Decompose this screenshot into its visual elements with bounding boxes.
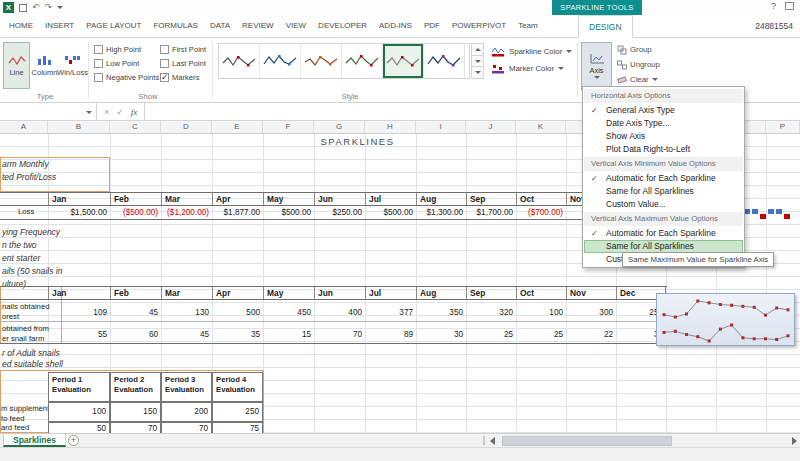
- cell[interactable]: 100: [48, 402, 110, 422]
- caption-text[interactable]: ed suitable shell: [2, 359, 63, 369]
- style-gallery-item[interactable]: [301, 44, 342, 78]
- tab-data[interactable]: DATA: [204, 15, 236, 37]
- cell[interactable]: 45: [161, 328, 212, 341]
- menu-item-date-axis-type[interactable]: Date Axis Type...: [584, 117, 743, 130]
- caption-text[interactable]: ying Frequency: [2, 227, 60, 237]
- month-cell[interactable]: Jan: [48, 287, 110, 299]
- gallery-scroll-down-button[interactable]: [471, 56, 484, 68]
- month-cell[interactable]: Aug: [416, 287, 466, 299]
- cancel-icon[interactable]: ×: [104, 107, 109, 117]
- line-sparkline-row1[interactable]: [660, 297, 792, 321]
- line-sparklines-box[interactable]: [656, 293, 795, 346]
- cell[interactable]: 350: [416, 306, 466, 319]
- tab-powerpivot[interactable]: POWERPIVOT: [446, 15, 512, 37]
- cell[interactable]: 100: [516, 306, 566, 319]
- cell[interactable]: 70: [161, 422, 212, 433]
- period-row-1[interactable]: m supplement to feed 100 150 200 250: [0, 402, 264, 422]
- month-cell[interactable]: Jun: [314, 193, 365, 205]
- column-header[interactable]: C: [110, 121, 161, 133]
- checkbox-first-point[interactable]: ✓ First Point: [160, 44, 206, 55]
- name-box[interactable]: [0, 103, 97, 120]
- cell[interactable]: $1,700.00: [466, 206, 516, 219]
- cell[interactable]: 150: [110, 402, 161, 422]
- menu-item-general-axis-type[interactable]: ✓General Axis Type: [584, 104, 743, 117]
- undo-icon[interactable]: ↶: [32, 2, 40, 13]
- style-gallery-item[interactable]: [342, 44, 383, 78]
- cell[interactable]: 500: [212, 306, 263, 319]
- qat-customize-icon[interactable]: [57, 6, 63, 9]
- month-cell[interactable]: Jan: [48, 193, 110, 205]
- cell[interactable]: 45: [110, 306, 161, 319]
- cell[interactable]: 320: [466, 306, 516, 319]
- row-label[interactable]: obtained from: [2, 324, 49, 333]
- period-header-cell[interactable]: Period 4Evaluation: [212, 372, 263, 402]
- column-header[interactable]: D: [161, 121, 212, 133]
- menu-item-min-custom[interactable]: Custom Value...: [584, 198, 743, 211]
- checkbox-markers[interactable]: ✓ Markers: [160, 72, 199, 83]
- checkbox-last-point[interactable]: ✓ Last Point: [160, 58, 206, 69]
- style-gallery-item[interactable]: [219, 44, 260, 78]
- month-cell[interactable]: Jul: [365, 193, 416, 205]
- month-cell[interactable]: May: [263, 193, 314, 205]
- column-header[interactable]: G: [314, 121, 365, 133]
- period-header-row[interactable]: Period 1Evaluation Period 2Evaluation Pe…: [0, 372, 264, 402]
- snail-row-1[interactable]: nails obtained orest 109 45 130 500 450 …: [0, 300, 667, 322]
- redo-icon[interactable]: ↷: [45, 2, 53, 13]
- month-cell[interactable]: Oct: [516, 287, 566, 299]
- cell[interactable]: 75: [212, 422, 263, 433]
- tab-pdf[interactable]: PDF: [418, 15, 446, 37]
- scrollbar-divider[interactable]: [483, 436, 485, 445]
- help-icon[interactable]: ?: [771, 1, 776, 11]
- menu-item-show-axis[interactable]: Show Axis: [584, 130, 743, 143]
- caption-text[interactable]: n the two: [2, 240, 37, 250]
- period-header-cell[interactable]: Period 3Evaluation: [161, 372, 212, 402]
- cell[interactable]: $1,500.00: [48, 206, 110, 219]
- group-button[interactable]: Group: [617, 43, 652, 56]
- save-icon[interactable]: [19, 4, 27, 12]
- cell[interactable]: ($500.00): [110, 206, 161, 219]
- ungroup-button[interactable]: Ungroup: [617, 58, 660, 71]
- month-cell[interactable]: Mar: [161, 193, 212, 205]
- month-cell[interactable]: Oct: [516, 193, 566, 205]
- month-header-row[interactable]: Jan Feb Mar Apr May Jun Jul Aug Sep Oct …: [0, 192, 667, 206]
- winloss-sparkline[interactable]: [744, 207, 796, 219]
- cell[interactable]: 450: [263, 306, 314, 319]
- tab-home[interactable]: HOME: [3, 15, 39, 37]
- month-cell[interactable]: Feb: [110, 193, 161, 205]
- column-header[interactable]: E: [212, 121, 263, 133]
- cell[interactable]: 130: [161, 306, 212, 319]
- tab-formulas[interactable]: FORMULAS: [147, 15, 203, 37]
- month-cell[interactable]: May: [263, 287, 314, 299]
- month-cell[interactable]: Sep: [466, 193, 516, 205]
- cell[interactable]: 400: [314, 306, 365, 319]
- add-sheet-button[interactable]: +: [68, 435, 79, 446]
- month-cell[interactable]: Aug: [416, 193, 466, 205]
- cell[interactable]: 200: [161, 402, 212, 422]
- insert-function-icon[interactable]: fx: [131, 107, 138, 117]
- menu-item-min-same[interactable]: Same for All Sparklines: [584, 185, 743, 198]
- tab-page-layout[interactable]: PAGE LAYOUT: [80, 15, 147, 37]
- cell[interactable]: 377: [365, 306, 416, 319]
- snail-row-2[interactable]: obtained from er snail farm 55 60 45 35 …: [0, 322, 667, 344]
- line-sparkline-row2[interactable]: [660, 321, 792, 345]
- menu-item-plot-data-rtl[interactable]: Plot Data Right-to-Left: [584, 143, 743, 156]
- period-row-2[interactable]: ard feed 50 70 70 75: [0, 422, 264, 433]
- tab-review[interactable]: REVIEW: [236, 15, 280, 37]
- row-label[interactable]: nails obtained: [2, 302, 49, 311]
- column-header[interactable]: J: [466, 121, 516, 133]
- menu-item-max-automatic[interactable]: ✓Automatic for Each Sparkline: [584, 227, 743, 240]
- cell[interactable]: $250.00: [314, 206, 365, 219]
- enter-icon[interactable]: ✓: [116, 107, 124, 117]
- month-cell[interactable]: Nov: [566, 287, 616, 299]
- cell[interactable]: $1,877.00: [212, 206, 263, 219]
- checkbox-high-point[interactable]: ✓ High Point: [94, 44, 141, 55]
- row-label[interactable]: m supplement: [1, 404, 49, 413]
- column-header[interactable]: F: [263, 121, 314, 133]
- row-label[interactable]: Loss: [18, 207, 34, 216]
- checkbox-negative-points[interactable]: ✓ Negative Points: [94, 72, 159, 83]
- tab-add-ins[interactable]: ADD-INS: [373, 15, 418, 37]
- cell[interactable]: 25: [466, 328, 516, 341]
- column-header[interactable]: P: [766, 121, 800, 133]
- checkbox-low-point[interactable]: ✓ Low Point: [94, 58, 139, 69]
- tab-team[interactable]: Team: [512, 15, 544, 37]
